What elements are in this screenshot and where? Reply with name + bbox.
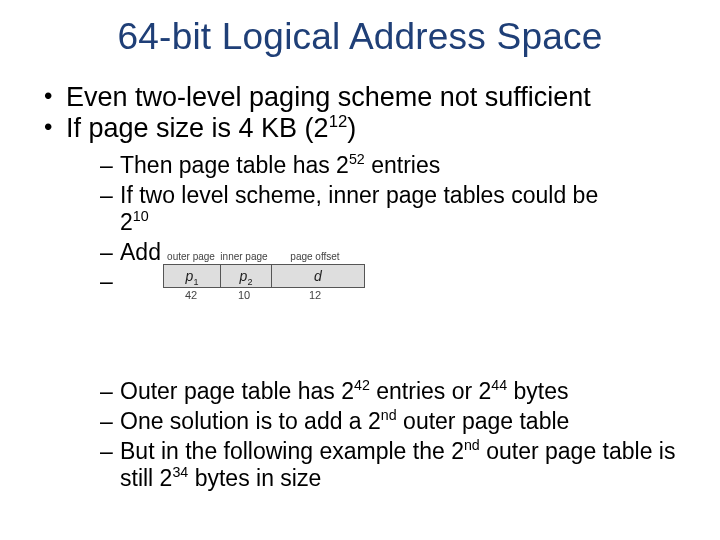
sub-2c-text: Add [120,239,161,265]
sub-5-post: bytes in size [188,465,321,491]
figure-cells-row: p1 p2 d [163,264,365,288]
sub-2: If two level scheme, inner page tables c… [100,182,680,237]
bullet-1: Even two-level paging scheme not suffici… [40,82,680,113]
bullet-2-pre: If page size is 4 KB (2 [66,113,329,143]
figure-cell-p2: p2 [221,265,272,287]
sub-3-sup2: 44 [491,378,507,394]
bullet-2-sup: 12 [329,112,348,131]
sub-4-post: outer page table [397,408,570,434]
sub-5-sup2: 34 [172,465,188,481]
figure-header-offset: page offset [269,251,361,262]
sub-1: Then page table has 252 entries [100,152,680,180]
sub-2b-pre: 2 [120,209,133,235]
sub-3-pre: Outer page table has 2 [120,378,354,404]
sub-5-pre: But in the following example the 2 [120,438,464,464]
figure-width-10: 10 [219,289,269,301]
sub-2b-sup: 10 [133,209,149,225]
figure-header-outer: outer page [163,251,219,262]
sub-2-text: If two level scheme, inner page tables c… [120,182,598,208]
sub-1-sup: 52 [349,151,365,167]
figure-width-12: 12 [269,289,361,301]
sub-4-pre: One solution is to add a 2 [120,408,381,434]
sub-3-post: bytes [507,378,568,404]
sub-4: One solution is to add a 2nd outer page … [100,408,680,436]
sub-3: Outer page table has 242 entries or 244 … [100,378,680,406]
figure-widths-row: 42 10 12 [163,289,365,301]
slide-title: 64-bit Logical Address Space [40,16,680,58]
sub-1-pre: Then page table has 2 [120,152,349,178]
sub-4-sup: nd [381,407,397,423]
bullet-2-post: ) [347,113,356,143]
sub-list: Then page table has 252 entries If two l… [100,152,680,493]
figure-width-42: 42 [163,289,219,301]
sub-3-mid: entries or 2 [370,378,491,404]
sub-5: But in the following example the 2nd out… [100,438,680,493]
figure-cell-d: d [272,265,364,287]
figure-cell-p1: p1 [164,265,221,287]
slide: 64-bit Logical Address Space Even two-le… [0,0,720,540]
sub-3-sup1: 42 [354,378,370,394]
address-figure: outer page inner page page offset p1 p2 … [163,251,365,301]
figure-header-row: outer page inner page page offset [163,251,365,262]
bullet-1-text: Even two-level paging scheme not suffici… [66,82,591,112]
figure-header-inner: inner page [219,251,269,262]
sub-1-post: entries [365,152,440,178]
sub-5-sup: nd [464,437,480,453]
bullet-2: If page size is 4 KB (212) Then page tab… [40,113,680,493]
